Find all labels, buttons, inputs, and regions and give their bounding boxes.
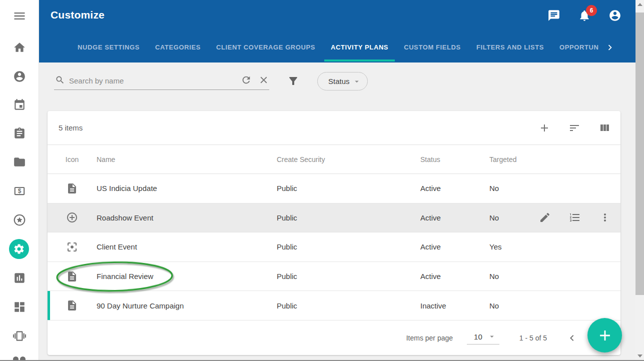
- tab-activity-plans[interactable]: ACTIVITY PLANS: [324, 32, 395, 62]
- column-header-status[interactable]: Status: [420, 156, 489, 164]
- tabs-scroll-right-button[interactable]: [604, 42, 615, 53]
- cell-name: 90 Day Nurture Campaign: [97, 302, 277, 310]
- scrollbar-thumb[interactable]: [635, 12, 644, 295]
- page-range-label: 1 - 5 of 5: [519, 334, 547, 342]
- refresh-icon: [241, 74, 252, 86]
- filter-button[interactable]: [287, 75, 299, 87]
- chat-button[interactable]: [547, 9, 560, 22]
- scroll-down-button[interactable]: [635, 352, 644, 360]
- column-header-create-security[interactable]: Create Security: [277, 156, 420, 164]
- notification-badge: 6: [586, 5, 597, 16]
- card-toolbar: 5 items: [48, 111, 620, 145]
- scroll-up-button[interactable]: [635, 0, 644, 8]
- tab-filters-and-lists[interactable]: FILTERS AND LISTS: [470, 32, 550, 62]
- document-icon: [66, 182, 78, 194]
- app-window: Customize 6 NUDGE SETTINGS CATEGORIES CL…: [0, 0, 644, 361]
- vibrate-phone-icon[interactable]: [13, 330, 26, 342]
- cell-status: Inactive: [420, 302, 489, 310]
- tab-bar: NUDGE SETTINGS CATEGORIES CLIENT COVERAG…: [39, 32, 635, 62]
- table-header: Icon Name Create Security Status Targete…: [48, 145, 620, 174]
- document-icon: [66, 300, 78, 312]
- cell-name: US Indicia Update: [97, 184, 277, 192]
- cell-name: Financial Review: [97, 272, 277, 280]
- activity-plans-card: 5 items Icon Name Create Security Status…: [48, 111, 620, 355]
- gear-icon: [13, 243, 25, 255]
- sort-icon: [568, 122, 580, 134]
- home-icon[interactable]: [13, 41, 26, 54]
- table-row[interactable]: US Indicia Update Public Active No: [48, 174, 620, 204]
- cell-create-security: Public: [277, 184, 420, 192]
- header: Customize 6 NUDGE SETTINGS CATEGORIES CL…: [39, 0, 635, 62]
- search-input[interactable]: [69, 74, 234, 88]
- row-menu-button[interactable]: [599, 212, 611, 224]
- add-circle-icon: [66, 212, 78, 224]
- menu-icon[interactable]: [13, 9, 27, 23]
- status-filter-dropdown[interactable]: Status: [317, 72, 368, 90]
- tab-categories[interactable]: CATEGORIES: [149, 32, 207, 62]
- search-icon: [55, 75, 65, 85]
- sidebar-item-settings-active[interactable]: [9, 239, 29, 259]
- cell-status: Active: [420, 184, 489, 192]
- cell-targeted: No: [489, 214, 529, 222]
- triangle-up-icon: [637, 3, 642, 6]
- table-row[interactable]: Client Event Public Active Yes: [48, 232, 620, 262]
- column-header-icon[interactable]: Icon: [48, 156, 97, 164]
- column-header-targeted[interactable]: Targeted: [489, 156, 529, 164]
- table-row[interactable]: 90 Day Nurture Campaign Public Inactive …: [48, 291, 620, 320]
- toolbar-actions: [538, 122, 610, 134]
- clear-search-button[interactable]: [258, 74, 269, 86]
- tab-opportunities[interactable]: OPPORTUN: [553, 32, 605, 62]
- pagination-bar: Items per page 10 1 - 5 of 5: [48, 320, 620, 355]
- content-area: Status 5 items Icon Name Create Security…: [39, 62, 635, 361]
- tab-nudge-settings[interactable]: NUDGE SETTINGS: [71, 32, 146, 62]
- row-actions: [529, 212, 620, 224]
- steps-list-button[interactable]: [569, 212, 581, 224]
- calendar-icon[interactable]: [13, 98, 26, 112]
- plus-icon: [538, 122, 550, 134]
- table-row[interactable]: Financial Review Public Active No: [48, 262, 620, 292]
- tab-custom-fields[interactable]: CUSTOM FIELDS: [397, 32, 467, 62]
- more-vert-icon: [599, 212, 611, 224]
- cell-status: Active: [420, 242, 489, 251]
- account-button[interactable]: [608, 9, 621, 22]
- column-header-name[interactable]: Name: [97, 156, 277, 164]
- chevron-left-icon: [566, 332, 578, 344]
- bar-chart-icon[interactable]: [13, 272, 26, 284]
- previous-page-button[interactable]: [566, 332, 578, 344]
- star-circle-icon[interactable]: [13, 214, 26, 226]
- items-count: 5 items: [59, 124, 83, 132]
- cell-create-security: Public: [277, 272, 420, 280]
- cell-create-security: Public: [277, 302, 420, 310]
- table-body: US Indicia Update Public Active No Roads…: [48, 174, 620, 320]
- chevron-down-icon: [487, 332, 496, 341]
- clipboard-icon[interactable]: [13, 127, 26, 140]
- page-size-value: 10: [474, 332, 482, 341]
- cell-create-security: Public: [277, 214, 420, 222]
- refresh-button[interactable]: [241, 74, 252, 86]
- dollar-icon[interactable]: [13, 184, 26, 198]
- sort-button[interactable]: [568, 122, 580, 134]
- cell-name: Roadshow Event: [97, 214, 277, 222]
- avatar-icon: [608, 9, 621, 22]
- edit-row-button[interactable]: [539, 212, 551, 224]
- close-icon: [258, 74, 269, 86]
- cell-targeted: Yes: [489, 242, 529, 251]
- funnel-icon: [287, 75, 299, 87]
- table-row[interactable]: Roadshow Event Public Active No: [48, 204, 620, 233]
- items-per-page-label: Items per page: [406, 334, 453, 342]
- cell-targeted: No: [489, 272, 529, 280]
- cell-targeted: No: [489, 302, 529, 310]
- cell-create-security: Public: [277, 242, 420, 251]
- columns-button[interactable]: [598, 122, 610, 134]
- chevron-down-icon: [352, 77, 361, 86]
- vertical-scrollbar[interactable]: [635, 0, 644, 361]
- add-item-button[interactable]: [538, 122, 550, 134]
- document-icon: [66, 270, 78, 282]
- notifications-button[interactable]: 6: [578, 9, 591, 22]
- dashboard-icon[interactable]: [13, 300, 26, 314]
- person-icon[interactable]: [13, 70, 26, 83]
- tab-client-coverage-groups[interactable]: CLIENT COVERAGE GROUPS: [210, 32, 322, 62]
- add-activity-plan-fab[interactable]: [587, 318, 622, 352]
- page-size-dropdown[interactable]: 10: [467, 331, 499, 344]
- folder-icon[interactable]: [13, 156, 26, 168]
